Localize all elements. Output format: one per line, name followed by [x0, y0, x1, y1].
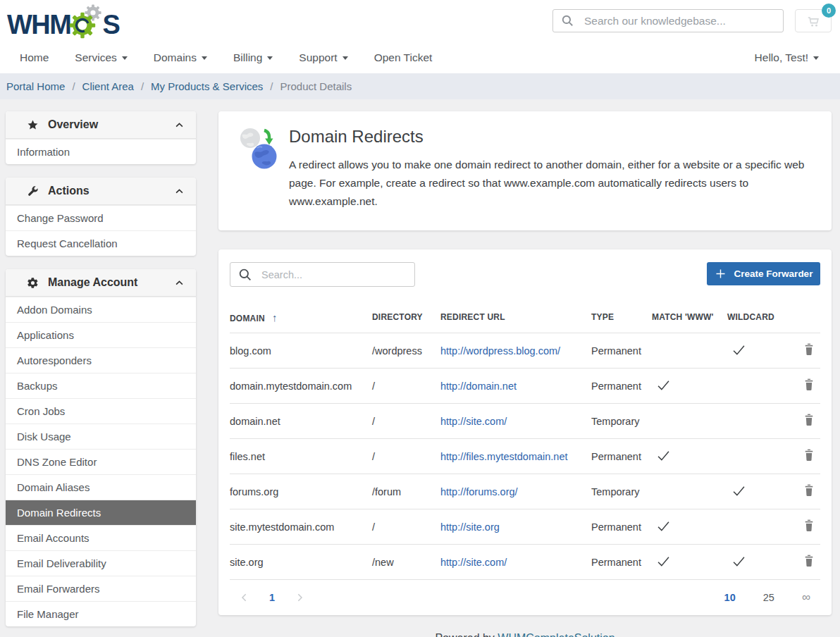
create-forwarder-button[interactable]: Create Forwarder [707, 262, 820, 285]
site-footer: Powered by WHMCompleteSolution [218, 632, 832, 637]
table-header-row: DOMAIN↑ DIRECTORY REDIRECT URL TYPE MATC… [230, 302, 820, 333]
cell-domain: blog.com [230, 345, 372, 357]
top-header: WHM [0, 0, 840, 42]
sidebar-item-change-password[interactable]: Change Password [6, 205, 196, 230]
breadcrumb-portal-home[interactable]: Portal Home [6, 80, 65, 92]
sidebar-item-information[interactable]: Information [6, 139, 196, 164]
cart-button[interactable]: 0 [795, 9, 832, 32]
nav-item-support[interactable]: Support [299, 51, 347, 64]
cell-type: Temporary [591, 416, 652, 427]
type-text: Permanent [591, 381, 641, 392]
sidebar-item-email-deliverability[interactable]: Email Deliverability [6, 550, 196, 576]
cell-type: Permanent [591, 345, 652, 357]
caret-down-icon [202, 56, 207, 60]
delete-button[interactable] [803, 554, 815, 570]
sidebar: OverviewInformationActionsChange Passwor… [6, 111, 196, 637]
star-icon [27, 119, 39, 131]
nav-item-billing[interactable]: Billing [233, 51, 273, 64]
sidebar-item-email-forwarders[interactable]: Email Forwarders [6, 576, 196, 601]
knowledgebase-search-input[interactable] [583, 14, 775, 28]
powered-by-text: Powered by [435, 632, 495, 637]
sidebar-item-addon-domains[interactable]: Addon Domains [6, 297, 196, 322]
sidebar-item-applications[interactable]: Applications [6, 322, 196, 347]
redirect-url-link[interactable]: http://forums.org/ [440, 486, 518, 497]
page-size-unlimited[interactable]: ∞ [802, 590, 810, 605]
page-size-25[interactable]: 25 [763, 592, 774, 603]
delete-button[interactable] [803, 378, 815, 394]
whmcs-footer-link[interactable]: WHMCompleteSolution [498, 632, 614, 637]
type-text: Permanent [591, 451, 641, 462]
sidebar-panel-header[interactable]: Overview [6, 111, 196, 139]
sidebar-panel: ActionsChange PasswordRequest Cancellati… [6, 178, 196, 256]
sidebar-item-request-cancellation[interactable]: Request Cancellation [6, 230, 196, 256]
table-row: forums.org/forumhttp://forums.org/Tempor… [230, 474, 820, 509]
redirect-url-link[interactable]: http://site.org [440, 521, 500, 533]
delete-button[interactable] [803, 483, 815, 500]
sidebar-item-domain-redirects[interactable]: Domain Redirects [6, 500, 196, 525]
main-column: Domain Redirects A redirect allows you t… [218, 111, 832, 637]
table-row: site.mytestdomain.com/http://site.orgPer… [230, 509, 820, 544]
whmcs-logo[interactable]: WHM [7, 4, 119, 42]
cell-redirect-url: http://site.com/ [440, 416, 591, 427]
column-header-wildcard[interactable]: WILDCARD [727, 312, 801, 322]
domain-redirect-icon [235, 125, 283, 173]
page-number[interactable]: 1 [269, 592, 275, 603]
cell-directory: / [372, 416, 440, 427]
column-header-type[interactable]: TYPE [591, 312, 652, 322]
next-page-button[interactable] [294, 592, 305, 603]
table-row: files.net/http://files.mytestdomain.netP… [230, 438, 820, 474]
sidebar-item-disk-usage[interactable]: Disk Usage [6, 423, 196, 449]
redirect-url-link[interactable]: http://wordpress.blog.com/ [440, 345, 560, 357]
breadcrumb-separator: / [270, 80, 273, 92]
type-text: Permanent [591, 557, 641, 568]
sidebar-item-cron-jobs[interactable]: Cron Jobs [6, 398, 196, 423]
breadcrumb-client-area[interactable]: Client Area [82, 80, 134, 92]
nav-item-home[interactable]: Home [20, 51, 49, 64]
cell-domain: domain.net [230, 416, 372, 427]
column-header-directory[interactable]: DIRECTORY [372, 312, 440, 322]
cell-actions [801, 519, 820, 535]
sidebar-item-email-accounts[interactable]: Email Accounts [6, 525, 196, 550]
redirect-url-link[interactable]: http://site.com/ [440, 557, 507, 568]
breadcrumb-my-products[interactable]: My Products & Services [151, 80, 263, 92]
page-size-10[interactable]: 10 [724, 592, 736, 603]
user-menu[interactable]: Hello, Test! [755, 51, 819, 64]
domain-text: site.org [230, 557, 264, 568]
delete-button[interactable] [803, 413, 815, 429]
domain-text: domain.mytestdomain.com [230, 381, 352, 392]
redirect-url-link[interactable]: http://domain.net [440, 381, 517, 392]
delete-button[interactable] [803, 342, 815, 359]
check-icon [652, 519, 671, 533]
sidebar-panel-header[interactable]: Actions [6, 178, 196, 205]
table-search-input[interactable] [260, 268, 407, 281]
column-header-match-www[interactable]: MATCH 'WWW' [652, 312, 727, 322]
trash-icon [803, 554, 815, 570]
delete-button[interactable] [803, 448, 815, 464]
cell-type: Permanent [591, 557, 652, 568]
delete-button[interactable] [803, 519, 815, 535]
sidebar-item-domain-aliases[interactable]: Domain Aliases [6, 474, 196, 500]
sidebar-item-backups[interactable]: Backups [6, 373, 196, 398]
sidebar-item-dns-zone-editor[interactable]: DNS Zone Editor [6, 449, 196, 474]
nav-item-domains[interactable]: Domains [154, 51, 207, 64]
column-header-redirect-url[interactable]: REDIRECT URL [440, 312, 591, 322]
sidebar-item-file-manager[interactable]: File Manager [6, 601, 196, 626]
directory-text: / [372, 381, 375, 392]
sidebar-panel-header[interactable]: Manage Account [6, 269, 196, 297]
main-nav: Home Services Domains Billing Support Op… [0, 42, 840, 73]
table-body: blog.com/wordpresshttp://wordpress.blog.… [230, 333, 820, 579]
cell-actions [801, 413, 820, 429]
cell-directory: / [372, 521, 440, 533]
check-icon [652, 554, 671, 569]
column-header-domain[interactable]: DOMAIN↑ [230, 311, 372, 323]
nav-item-services[interactable]: Services [75, 51, 127, 64]
page-title: Domain Redirects [289, 127, 815, 147]
sidebar-item-autoresponders[interactable]: Autoresponders [6, 347, 196, 373]
prev-page-button[interactable] [239, 592, 250, 603]
gears-icon [68, 4, 104, 39]
cell-wildcard [727, 342, 801, 359]
redirect-url-link[interactable]: http://site.com/ [440, 416, 507, 427]
redirect-url-link[interactable]: http://files.mytestdomain.net [440, 451, 568, 462]
nav-item-open-ticket[interactable]: Open Ticket [374, 51, 433, 64]
cell-type: Permanent [591, 451, 652, 462]
